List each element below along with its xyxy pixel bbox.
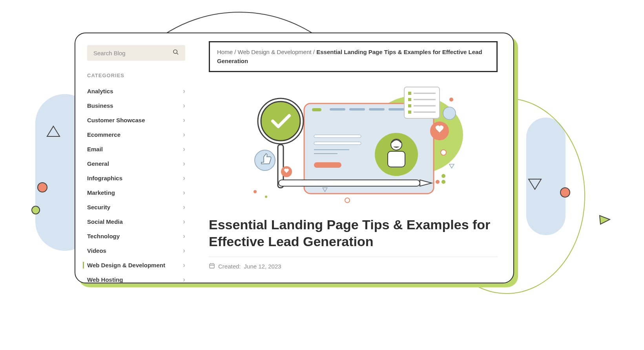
svg-point-38	[254, 190, 257, 193]
breadcrumb: Home / Web Design & Development / Essent…	[209, 41, 498, 72]
category-label: Web Hosting	[87, 276, 123, 283]
category-label: Customer Showcase	[87, 117, 145, 123]
svg-rect-16	[314, 162, 341, 168]
svg-rect-11	[389, 108, 404, 111]
svg-rect-12	[314, 135, 361, 138]
category-item[interactable]: Email›	[87, 142, 185, 156]
category-label: Social Media	[87, 218, 123, 225]
category-item[interactable]: Social Media›	[87, 214, 185, 229]
deco-triangle-right-1	[528, 178, 542, 190]
svg-point-44	[345, 198, 350, 203]
svg-marker-1	[529, 179, 541, 189]
svg-rect-32	[408, 111, 411, 114]
category-item[interactable]: Analytics›	[87, 84, 185, 98]
search-input[interactable]	[93, 50, 164, 56]
deco-triangle-left	[46, 125, 60, 137]
category-label: Email	[87, 146, 103, 152]
search-icon[interactable]	[173, 49, 179, 57]
breadcrumb-sep-2: /	[312, 49, 317, 55]
category-label: Analytics	[87, 88, 113, 94]
category-item[interactable]: Web Hosting›	[87, 272, 185, 283]
svg-rect-9	[349, 108, 365, 111]
svg-rect-48	[210, 264, 214, 268]
category-item[interactable]: Business›	[87, 98, 185, 113]
category-item[interactable]: Videos›	[87, 243, 185, 258]
svg-rect-28	[408, 98, 411, 101]
svg-rect-10	[369, 108, 385, 111]
svg-marker-47	[449, 164, 454, 168]
category-item[interactable]: Marketing›	[87, 185, 185, 200]
category-label: Technology	[87, 233, 120, 239]
categories-list: Analytics›Business›Customer Showcase›Eco…	[87, 84, 185, 283]
category-item[interactable]: Web Design & Development›	[87, 258, 185, 272]
category-item[interactable]: Technology›	[87, 229, 185, 243]
svg-rect-19	[388, 151, 405, 167]
svg-marker-2	[600, 216, 610, 224]
category-label: Security	[87, 204, 110, 210]
svg-rect-23	[279, 180, 420, 186]
category-item[interactable]: Customer Showcase›	[87, 113, 185, 127]
category-item[interactable]: Security›	[87, 200, 185, 214]
main-content: Home / Web Design & Development / Essent…	[185, 45, 498, 271]
category-label: Videos	[87, 247, 106, 254]
created-date: June 12, 2023	[244, 263, 281, 270]
hero-illustration	[209, 84, 498, 209]
sidebar: CATEGORIES Analytics›Business›Customer S…	[87, 45, 185, 271]
chevron-right-icon: ›	[183, 276, 185, 283]
svg-point-43	[441, 180, 445, 184]
deco-triangle-right-2	[599, 215, 611, 225]
svg-point-45	[441, 150, 446, 155]
content-card: CATEGORIES Analytics›Business›Customer S…	[75, 33, 514, 283]
svg-point-40	[449, 98, 453, 102]
category-label: Infographics	[87, 175, 122, 181]
search-box[interactable]	[87, 45, 185, 61]
deco-dot-orange	[37, 182, 47, 192]
category-label: Web Design & Development	[83, 262, 165, 268]
deco-dot-green	[31, 206, 40, 214]
svg-rect-8	[330, 108, 345, 111]
divider	[209, 257, 498, 257]
svg-point-37	[443, 107, 456, 120]
category-item[interactable]: General›	[87, 156, 185, 171]
created-label: Created:	[218, 263, 241, 270]
categories-heading: CATEGORIES	[87, 73, 185, 78]
breadcrumb-home[interactable]: Home	[217, 49, 233, 55]
svg-point-20	[261, 102, 300, 141]
category-label: Marketing	[87, 189, 115, 196]
category-item[interactable]: Infographics›	[87, 171, 185, 185]
svg-point-39	[265, 196, 267, 198]
svg-point-3	[173, 50, 177, 53]
deco-dot-orange-right	[560, 187, 570, 198]
svg-rect-7	[312, 108, 321, 111]
svg-point-41	[441, 174, 445, 178]
calendar-icon	[209, 263, 215, 270]
article-meta: Created: June 12, 2023	[209, 263, 498, 270]
category-item[interactable]: Ecommerce›	[87, 127, 185, 142]
svg-rect-30	[408, 104, 411, 107]
category-label: Ecommerce	[87, 131, 120, 138]
svg-rect-13	[314, 142, 361, 145]
svg-marker-0	[47, 126, 60, 136]
breadcrumb-category[interactable]: Web Design & Development	[238, 49, 312, 55]
breadcrumb-sep: /	[233, 49, 238, 55]
svg-point-42	[436, 180, 440, 184]
category-label: Business	[87, 102, 113, 109]
category-label: General	[87, 160, 109, 167]
article-title: Essential Landing Page Tips & Examples f…	[209, 216, 498, 250]
svg-line-4	[177, 53, 178, 54]
svg-rect-26	[408, 92, 411, 95]
